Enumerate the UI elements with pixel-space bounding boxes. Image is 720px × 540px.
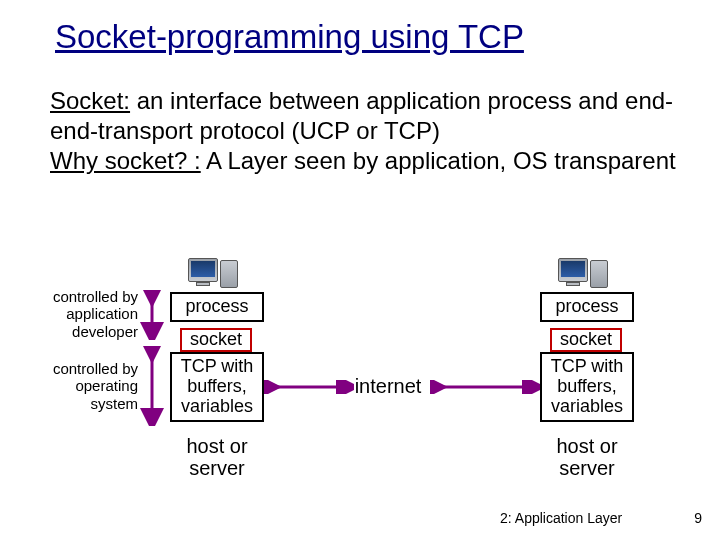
para2-text: A Layer seen by application, OS transpar… [201,147,676,174]
box-socket-right: socket [550,328,622,352]
computer-icon-right [558,258,614,294]
label-operating-system: controlled by operating system [40,360,138,412]
para2: Why socket? : A Layer seen by applicatio… [50,146,680,176]
footer-chapter: 2: Application Layer [500,510,622,526]
box-process-left: process [170,292,264,322]
footer-page-number: 9 [694,510,702,526]
para1-label: Socket: [50,87,130,114]
slide-title: Socket-programming using TCP [0,0,720,56]
label-app-developer: controlled by application developer [40,288,138,340]
arrow-internet-right [430,380,540,394]
caption-left: host orserver [174,435,260,479]
para1: Socket: an interface between application… [50,86,680,146]
internet-label: internet [338,375,438,398]
diagram: controlled by application developer cont… [40,260,680,520]
computer-icon-left [188,258,244,294]
body-text: Socket: an interface between application… [0,56,720,176]
para2-label: Why socket? : [50,147,201,174]
box-socket-left: socket [180,328,252,352]
box-tcp-left: TCP with buffers, variables [170,352,264,422]
box-tcp-right: TCP with buffers, variables [540,352,634,422]
arrow-app-dev [140,290,164,340]
para1-text: an interface between application process… [50,87,673,144]
box-process-right: process [540,292,634,322]
caption-right: host orserver [544,435,630,479]
arrow-os [140,346,164,426]
